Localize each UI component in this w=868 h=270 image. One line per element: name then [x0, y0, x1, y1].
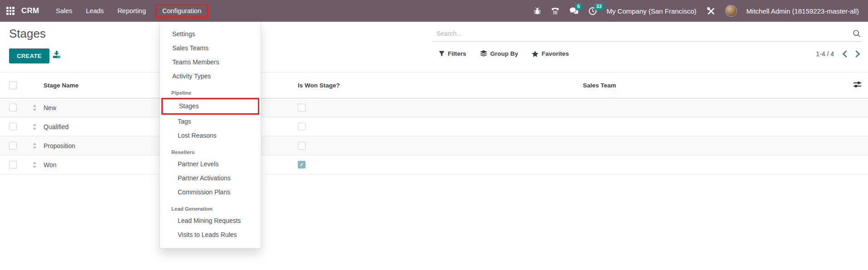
messages-count-badge: 5 — [575, 3, 582, 10]
is-won-checkbox[interactable] — [298, 142, 305, 149]
menu-item-commission-plans[interactable]: Commission Plans — [160, 185, 261, 199]
table-row-proposition[interactable]: Proposition — [0, 136, 868, 155]
favorites-button[interactable]: Favorites — [532, 50, 569, 57]
menu-item-stages[interactable]: Stages — [163, 99, 258, 113]
filters-button[interactable]: Filters — [439, 50, 466, 57]
star-icon — [532, 51, 538, 57]
nav-menu-configuration[interactable]: Configuration — [155, 4, 208, 18]
dropdown-section-resellers: Resellers — [160, 147, 261, 157]
table-row-won[interactable]: Won✓ — [0, 155, 868, 174]
optional-columns-icon[interactable] — [853, 81, 862, 89]
menu-item-teams-members[interactable]: Teams Members — [160, 55, 261, 69]
page-title: Stages — [9, 27, 46, 41]
drag-handle-icon[interactable] — [32, 124, 37, 130]
tools-icon[interactable] — [706, 6, 716, 16]
dropdown-section-pipeline: Pipeline — [160, 88, 261, 98]
company-switcher[interactable]: My Company (San Francisco) — [606, 7, 696, 15]
activity-clock-icon[interactable]: 33 — [588, 7, 597, 15]
is-won-checkbox[interactable] — [298, 104, 305, 111]
apps-menu-icon[interactable] — [6, 7, 15, 15]
view-controls: Filters Group By Favorites — [439, 50, 569, 57]
is-won-checkbox[interactable]: ✓ — [298, 161, 305, 169]
row-select-checkbox[interactable] — [9, 142, 17, 149]
messages-icon[interactable]: 5 — [569, 7, 579, 15]
pager-range: 1-4 / 4 — [816, 50, 834, 58]
menu-item-partner-activations[interactable]: Partner Activations — [160, 171, 261, 185]
search-panel: Filters Group By Favorites 1-4 / 4 — [433, 22, 861, 72]
dropdown-section-lead-generation: Lead Generation — [160, 204, 261, 214]
navbar-right-section: 5 33 My Company (San Francisco) Mitchell… — [533, 5, 859, 17]
user-avatar[interactable] — [725, 5, 737, 17]
import-records-icon[interactable] — [53, 51, 61, 60]
configuration-dropdown: SettingsSales TeamsTeams MembersActivity… — [160, 22, 261, 249]
funnel-icon — [439, 51, 445, 57]
menu-item-sales-teams[interactable]: Sales Teams — [160, 41, 261, 55]
menu-item-activity-types[interactable]: Activity Types — [160, 69, 261, 83]
layers-icon — [480, 50, 487, 57]
menu-item-tags[interactable]: Tags — [160, 115, 261, 129]
menu-item-lead-mining-requests[interactable]: Lead Mining Requests — [160, 214, 261, 228]
nav-menu-sales[interactable]: Sales — [49, 4, 79, 18]
magnifier-icon[interactable] — [852, 29, 861, 40]
search-bar — [433, 25, 861, 42]
debug-bug-icon[interactable] — [533, 7, 541, 15]
menu-item-visits-to-leads-rules[interactable]: Visits to Leads Rules — [160, 228, 261, 242]
create-button[interactable]: CREATE — [9, 48, 49, 63]
user-menu[interactable]: Mitchell Admin (18159223-master-all) — [747, 7, 859, 15]
favorites-label: Favorites — [542, 50, 569, 57]
column-header-is-won-stage[interactable]: Is Won Stage? — [290, 82, 576, 89]
group-by-button[interactable]: Group By — [480, 50, 519, 57]
activity-count-badge: 33 — [594, 3, 603, 10]
row-select-checkbox[interactable] — [9, 161, 17, 169]
top-navbar: CRM Sales Leads Reporting Configuration … — [0, 0, 868, 22]
app-title[interactable]: CRM — [21, 6, 39, 15]
drag-handle-icon[interactable] — [32, 143, 37, 149]
table-row-new[interactable]: New — [0, 98, 868, 117]
nav-menu-reporting[interactable]: Reporting — [111, 4, 153, 18]
drag-handle-icon[interactable] — [32, 162, 37, 168]
row-select-checkbox[interactable] — [9, 123, 17, 130]
menu-item-settings[interactable]: Settings — [160, 27, 261, 41]
nav-menu-leads[interactable]: Leads — [79, 4, 111, 18]
control-panel: Stages CREATE Filters Group By Favorites — [0, 22, 868, 72]
stages-list-view: Stage Name Is Won Stage? Sales Team NewQ… — [0, 72, 868, 174]
filters-label: Filters — [448, 50, 466, 57]
table-body: NewQualifiedPropositionWon✓ — [0, 98, 868, 174]
table-row-qualified[interactable]: Qualified — [0, 117, 868, 136]
pager-previous-icon[interactable] — [842, 50, 847, 58]
group-by-label: Group By — [490, 50, 519, 57]
menu-item-partner-levels[interactable]: Partner Levels — [160, 157, 261, 171]
column-header-sales-team[interactable]: Sales Team — [576, 82, 846, 89]
voip-phone-icon[interactable] — [551, 7, 560, 15]
row-select-checkbox[interactable] — [9, 104, 17, 111]
pager: 1-4 / 4 — [816, 50, 860, 58]
table-header-row: Stage Name Is Won Stage? Sales Team — [0, 72, 868, 98]
nav-menu-bar: Sales Leads Reporting Configuration — [49, 4, 208, 18]
annotation-box-stages: Stages — [161, 98, 259, 115]
pager-next-icon[interactable] — [855, 50, 860, 58]
is-won-checkbox[interactable] — [298, 123, 305, 130]
search-input[interactable] — [433, 25, 861, 41]
drag-handle-icon[interactable] — [32, 105, 37, 111]
select-all-checkbox[interactable] — [9, 82, 17, 89]
menu-item-lost-reasons[interactable]: Lost Reasons — [160, 129, 261, 143]
